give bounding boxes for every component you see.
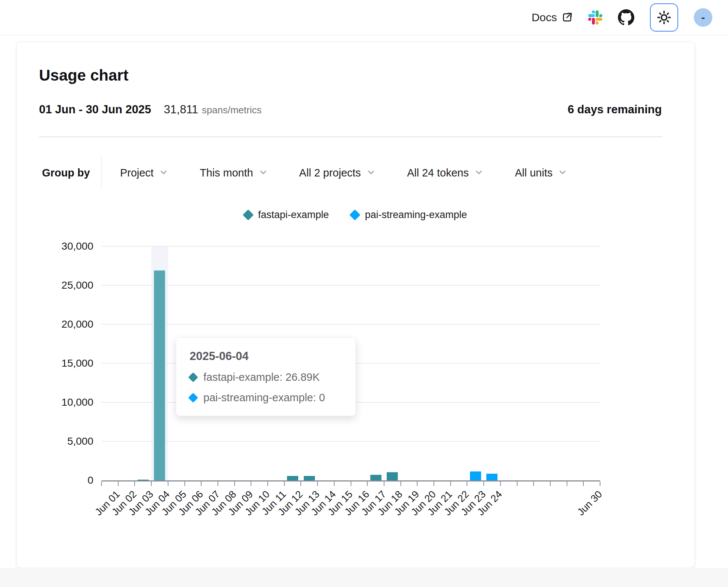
x-axis-tick xyxy=(134,481,135,486)
x-axis-tick xyxy=(267,481,268,486)
avatar-label: - xyxy=(701,11,705,24)
x-axis-tick xyxy=(168,481,168,486)
x-axis-tick xyxy=(434,481,434,486)
sun-icon xyxy=(657,10,671,25)
x-axis-tick xyxy=(483,481,484,486)
gridline-25000 xyxy=(102,285,600,286)
x-axis-tick xyxy=(583,481,584,486)
chart-bar-jun-18-fastapi-example[interactable] xyxy=(387,472,398,480)
chart-bar-jun-04-fastapi-example[interactable] xyxy=(154,270,165,480)
chart-bar-jun-24-pai-streaming-example[interactable] xyxy=(486,474,497,480)
x-axis-tick xyxy=(417,481,418,486)
external-link-icon xyxy=(561,12,573,23)
x-axis-tick xyxy=(467,481,467,486)
x-axis-tick xyxy=(284,481,285,486)
x-axis-tick xyxy=(234,481,235,486)
tooltip-diamond-icon xyxy=(188,393,198,403)
x-axis-tick xyxy=(500,481,501,486)
x-axis-tick xyxy=(334,481,335,486)
x-axis-tick xyxy=(400,481,401,486)
usage-bar-chart: 05,00010,00015,00020,00025,00030,000Jun … xyxy=(17,42,695,568)
x-axis-tick xyxy=(300,481,301,486)
x-axis-tick xyxy=(251,481,251,486)
gridline-20000 xyxy=(102,324,600,325)
y-axis-label-15000: 15,000 xyxy=(29,357,93,369)
tooltip-row-fastapi-example: fastapi-example: 26.89K xyxy=(190,371,342,383)
gridline-5000 xyxy=(102,441,600,442)
x-axis-tick xyxy=(533,481,534,486)
x-axis-tick xyxy=(517,481,518,486)
docs-link-label: Docs xyxy=(532,11,557,24)
y-axis-label-25000: 25,000 xyxy=(29,279,93,291)
x-axis-tick xyxy=(151,481,152,486)
tooltip-row-text: fastapi-example: 26.89K xyxy=(203,371,320,383)
y-axis-label-10000: 10,000 xyxy=(29,396,93,408)
chart-bar-jun-23-pai-streaming-example[interactable] xyxy=(470,471,481,480)
gridline-30000 xyxy=(102,246,600,247)
y-axis-label-5000: 5,000 xyxy=(29,435,93,447)
github-icon[interactable] xyxy=(618,9,634,26)
y-axis-label-30000: 30,000 xyxy=(29,240,93,252)
x-axis-tick xyxy=(450,481,451,486)
x-axis-tick xyxy=(351,481,351,486)
tooltip-row-text: pai-streaming-example: 0 xyxy=(203,392,325,404)
chart-bar-jun-12-fastapi-example[interactable] xyxy=(287,476,298,480)
x-axis-tick xyxy=(550,481,551,486)
theme-toggle-button[interactable] xyxy=(650,3,678,32)
x-axis-tick xyxy=(317,481,318,486)
docs-link[interactable]: Docs xyxy=(532,11,573,24)
x-axis-tick xyxy=(567,481,567,486)
top-navigation-bar: Docs xyxy=(0,0,728,35)
x-axis-tick xyxy=(367,481,368,486)
tooltip-date: 2025-06-04 xyxy=(190,350,342,363)
x-axis-tick xyxy=(118,481,119,486)
chart-bar-jun-13-fastapi-example[interactable] xyxy=(304,476,315,480)
slack-icon[interactable] xyxy=(588,10,602,25)
x-axis-label-jun-30: Jun 30 xyxy=(575,489,604,518)
x-axis-tick xyxy=(201,481,202,486)
usage-chart-card: Usage chart 01 Jun - 30 Jun 2025 31,811 … xyxy=(16,42,695,568)
chart-bar-jun-17-fastapi-example[interactable] xyxy=(370,475,381,480)
tooltip-row-pai-streaming-example: pai-streaming-example: 0 xyxy=(190,392,342,404)
y-axis-label-0: 0 xyxy=(29,474,93,486)
tooltip-diamond-icon xyxy=(188,372,198,382)
chart-tooltip: 2025-06-04 fastapi-example: 26.89Kpai-st… xyxy=(176,337,356,416)
x-axis-tick xyxy=(101,481,102,486)
x-axis-tick xyxy=(384,481,384,486)
x-axis-tick xyxy=(218,481,218,486)
user-avatar[interactable]: - xyxy=(694,8,712,27)
x-axis-tick xyxy=(600,481,600,486)
x-axis-tick xyxy=(184,481,185,486)
y-axis-label-20000: 20,000 xyxy=(29,318,93,330)
page-background-strip xyxy=(0,568,728,587)
